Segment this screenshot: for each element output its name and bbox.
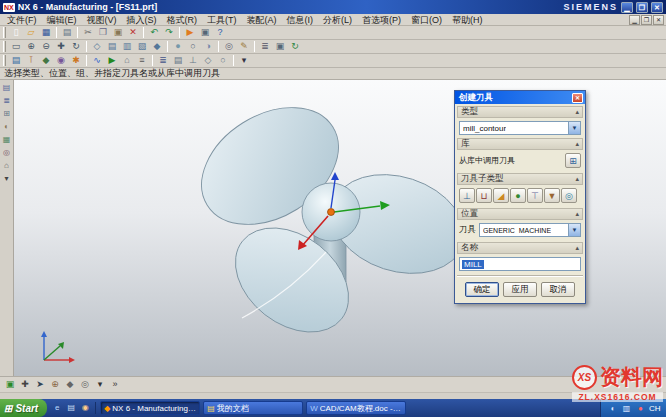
snap-point-icon[interactable]: ⊕ (48, 378, 62, 391)
menu-insert[interactable]: 插入(S) (122, 14, 162, 26)
geometry-view-icon[interactable]: ◇ (201, 54, 215, 67)
customize-icon[interactable]: ▾ (237, 54, 251, 67)
start-module-icon[interactable]: ▶ (183, 26, 197, 39)
menu-file[interactable]: 文件(F) (2, 14, 42, 26)
program-order-view-icon[interactable]: ▤ (171, 54, 185, 67)
pan-icon[interactable]: ✚ (54, 40, 68, 53)
menu-format[interactable]: 格式(R) (162, 14, 203, 26)
menu-view[interactable]: 视图(V) (82, 14, 122, 26)
close-button[interactable]: ✕ (651, 2, 663, 13)
generate-toolpath-icon[interactable]: ∿ (90, 54, 104, 67)
trimetric-view-icon[interactable]: ◇ (90, 40, 104, 53)
copy-icon[interactable]: ❐ (96, 26, 110, 39)
zoom-out-icon[interactable]: ⊖ (39, 40, 53, 53)
tool-subtype-section-header[interactable]: 刀具子类型 ▴ (457, 173, 583, 185)
add-icon[interactable]: ✚ (18, 378, 32, 391)
create-tool-icon[interactable]: ⊺ (24, 54, 38, 67)
more-panels-icon[interactable]: ▾ (1, 173, 13, 185)
wcs-triad-icon[interactable] (36, 328, 76, 368)
dialog-title-bar[interactable]: 创建刀具 ✕ (455, 91, 585, 104)
quick-pick-icon[interactable]: ▾ (93, 378, 107, 391)
menu-analysis[interactable]: 分析(L) (318, 14, 357, 26)
post-process-icon[interactable]: ≡ (135, 54, 149, 67)
operation-navigator-icon[interactable]: ⊞ (1, 108, 13, 120)
menu-window[interactable]: 窗口(O) (406, 14, 447, 26)
maximize-button[interactable]: ❐ (636, 2, 648, 13)
tool-carrier-button[interactable]: ◎ (561, 188, 577, 203)
edit-object-display-icon[interactable]: ✎ (237, 40, 251, 53)
snapshot-icon[interactable]: ▣ (273, 40, 287, 53)
front-view-icon[interactable]: ▤ (105, 40, 119, 53)
print-icon[interactable]: ▤ (60, 26, 74, 39)
quick-launch-media-icon[interactable]: ◉ (79, 402, 91, 414)
right-view-icon[interactable]: ▧ (135, 40, 149, 53)
rotate-view-icon[interactable]: ↻ (69, 40, 83, 53)
create-method-icon[interactable]: ◉ (54, 54, 68, 67)
paste-icon[interactable]: ▣ (111, 26, 125, 39)
t-cutter-button[interactable]: ⊤ (527, 188, 543, 203)
method-view-icon[interactable]: ○ (216, 54, 230, 67)
toolbar-grip[interactable] (3, 55, 6, 66)
taskbar-button-my-documents[interactable]: ▤我的文档 (203, 401, 303, 415)
menu-help[interactable]: 帮助(H) (447, 14, 488, 26)
open-file-icon[interactable]: ▱ (24, 26, 38, 39)
type-section-header[interactable]: 类型 ▴ (457, 106, 583, 118)
window-icon[interactable]: ▣ (198, 26, 212, 39)
ok-button[interactable]: 确定 (465, 282, 499, 297)
zoom-in-icon[interactable]: ⊕ (24, 40, 38, 53)
select-arrow-icon[interactable]: ➤ (33, 378, 47, 391)
endpoint-snap-icon[interactable]: ◆ (63, 378, 77, 391)
part-navigator-icon[interactable]: ≣ (1, 95, 13, 107)
tray-antivirus-icon[interactable]: ● (635, 403, 646, 414)
verify-toolpath-icon[interactable]: ▶ (105, 54, 119, 67)
type-combo[interactable]: mill_contour ▼ (459, 121, 581, 135)
toolbar-grip[interactable] (3, 27, 6, 38)
menu-information[interactable]: 信息(I) (282, 14, 319, 26)
apply-button[interactable]: 应用 (503, 282, 537, 297)
create-geometry-icon[interactable]: ◆ (39, 54, 53, 67)
dialog-close-icon[interactable]: ✕ (572, 93, 583, 103)
refresh-icon[interactable]: ↻ (288, 40, 302, 53)
mill-tool-button[interactable]: ⊥ (459, 188, 475, 203)
tool-location-combo[interactable]: GENERIC_MACHINE ▼ (479, 223, 581, 237)
quick-launch-browser-icon[interactable]: e (51, 402, 63, 414)
tray-language-icon[interactable]: CH (649, 403, 660, 414)
chevron-down-icon[interactable]: ▼ (568, 122, 580, 134)
menu-edit[interactable]: 编辑(E) (42, 14, 82, 26)
mdi-close-button[interactable]: ✕ (653, 15, 664, 25)
delete-icon[interactable]: ✕ (126, 26, 140, 39)
tray-network-icon[interactable]: ▥ (621, 403, 632, 414)
location-section-header[interactable]: 位置 ▴ (457, 208, 583, 220)
mdi-restore-button[interactable]: ❐ (641, 15, 652, 25)
save-icon[interactable]: ▦ (39, 26, 53, 39)
graphics-viewport[interactable]: 创建刀具 ✕ 类型 ▴ mill_contour ▼ 库 ▴ 从库中调用刀具 ⊞… (14, 80, 666, 376)
fit-view-icon[interactable]: ▭ (9, 40, 23, 53)
layer-settings-icon[interactable]: ≣ (258, 40, 272, 53)
show-hide-icon[interactable]: ◎ (222, 40, 236, 53)
menu-tools[interactable]: 工具(T) (202, 14, 242, 26)
machine-tool-view-icon[interactable]: ⊥ (186, 54, 200, 67)
more-options-icon[interactable]: » (108, 378, 122, 391)
start-button[interactable]: ⊞ Start (0, 399, 47, 417)
roles-icon[interactable]: ◎ (1, 147, 13, 159)
wireframe-display-icon[interactable]: ○ (186, 40, 200, 53)
assembly-navigator-icon[interactable]: ▤ (1, 82, 13, 94)
chevron-down-icon[interactable]: ▼ (568, 224, 580, 236)
menu-assemblies[interactable]: 装配(A) (242, 14, 282, 26)
undo-icon[interactable]: ↶ (147, 26, 161, 39)
top-view-icon[interactable]: ▥ (120, 40, 134, 53)
propeller-model[interactable] (168, 100, 498, 350)
ball-mill-button[interactable]: ⊔ (476, 188, 492, 203)
isometric-view-icon[interactable]: ◆ (150, 40, 164, 53)
palette-icon[interactable]: ▦ (1, 134, 13, 146)
help-icon[interactable]: ? (213, 26, 227, 39)
shaded-display-icon[interactable]: ● (171, 40, 185, 53)
history-icon[interactable]: ◐ (1, 121, 13, 133)
create-operation-icon[interactable]: ✱ (69, 54, 83, 67)
chamfer-mill-button[interactable]: ◢ (493, 188, 509, 203)
toolbar-grip[interactable] (3, 41, 6, 52)
menu-preferences[interactable]: 首选项(P) (357, 14, 406, 26)
drill-tool-button[interactable]: ▼ (544, 188, 560, 203)
minimize-button[interactable]: ▁ (621, 2, 633, 13)
cut-icon[interactable]: ✂ (81, 26, 95, 39)
